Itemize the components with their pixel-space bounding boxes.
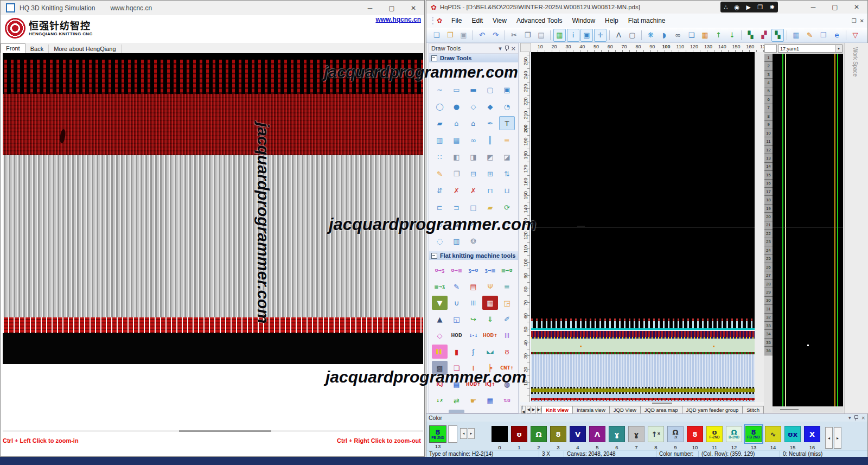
pattern-canvas[interactable] — [531, 52, 755, 402]
yarn-feeder-view[interactable] — [773, 54, 843, 406]
pens-button[interactable]: ✎ — [803, 29, 816, 42]
close-button[interactable]: ✕ — [403, 1, 424, 15]
internet-button[interactable]: e — [831, 29, 843, 42]
blocks-c-button[interactable]: ▚ — [771, 29, 784, 42]
mdi-close-button[interactable]: ✕ — [860, 18, 864, 24]
select-area-tool[interactable]: ▢ — [449, 66, 464, 80]
color-swatch-12[interactable]: ΩB-2ND12 — [726, 426, 742, 442]
box-bottom-tool[interactable]: ⊔ — [499, 183, 515, 198]
color-swatch-0[interactable]: 0 — [492, 426, 508, 442]
pen-yellow-tool[interactable]: ✎ — [432, 167, 448, 181]
polygon-tool[interactable]: ⌂ — [449, 116, 464, 130]
cnt-up-tool[interactable]: CNT↑ — [499, 361, 515, 375]
view-tab-intarsia-view[interactable]: Intarsia view — [572, 406, 610, 414]
pattern-grid-tool[interactable]: ▦ — [482, 296, 498, 310]
layer-down-button[interactable]: ↓ — [726, 29, 738, 42]
arrow-download-tool[interactable]: ⇓ — [482, 312, 498, 326]
simulation-hscroll-thumb[interactable] — [179, 430, 271, 432]
line-tool[interactable]: ╲ — [499, 66, 515, 80]
snowflake-button[interactable]: ❋ — [644, 29, 657, 42]
yarn-loop-tool[interactable]: ʊ — [499, 345, 515, 359]
cut-region-tool[interactable]: ✂ — [465, 217, 481, 231]
blur-select-tool[interactable]: ▩ — [449, 410, 464, 413]
zoom-tool[interactable]: ⊙ — [432, 217, 448, 231]
transfer-front-tool[interactable]: ʊ→ʒ — [432, 263, 448, 277]
fill-bucket-2-tool[interactable]: ◨ — [465, 150, 481, 164]
hod-up-tool[interactable]: HOD↑ — [482, 328, 498, 342]
maximize-button[interactable]: ▢ — [824, 1, 846, 14]
arc-shape-tool[interactable]: ◔ — [499, 99, 515, 113]
color-swatch-1[interactable]: ʊ1 — [511, 426, 527, 442]
fill-bucket-4-tool[interactable]: ◪ — [499, 150, 515, 164]
pattern-book-tool[interactable]: ▤ — [465, 279, 481, 294]
block-swap-tool[interactable]: ⇄ — [449, 393, 464, 407]
current-color-preview[interactable]: 8 FB 2ND — [429, 425, 446, 443]
view-tab-knit-view[interactable]: Knit view — [541, 406, 573, 414]
needle-bars-tool[interactable]: ||| — [465, 296, 481, 310]
fill-bucket-1-tool[interactable]: ◧ — [449, 150, 464, 164]
sketch-edit-tool[interactable]: ✎ — [449, 279, 464, 294]
palette-scroll-right[interactable]: ▸ — [834, 427, 841, 449]
hqcnc-link[interactable]: www.hqcnc.cn — [375, 16, 421, 23]
redo-button[interactable]: ↷ — [489, 29, 502, 42]
step-pyramid-tool[interactable]: ▲ — [432, 312, 448, 326]
hand-tool[interactable]: ☝ — [432, 66, 448, 80]
color-swatch-5[interactable]: Λ5 — [589, 426, 605, 442]
film-strip-tool[interactable]: ▦ — [482, 393, 498, 407]
wedge-a-tool[interactable]: ◢ — [465, 410, 481, 413]
color-swatch-16[interactable]: X16 — [804, 426, 820, 442]
diamond-filled-tool[interactable]: ◆ — [482, 99, 498, 113]
folder-button[interactable]: ❒ — [817, 29, 829, 42]
layers-copy-button[interactable]: ❏ — [685, 29, 698, 42]
cells-grid-tool[interactable]: ▦ — [449, 133, 464, 147]
cloud-tool[interactable]: ☁ — [449, 217, 464, 231]
menu-advanced-tools[interactable]: Advanced Tools — [512, 17, 567, 24]
doc-hand-tool[interactable]: ☛ — [465, 393, 481, 407]
triangle-pair-tool[interactable]: ◣◢ — [482, 345, 498, 359]
download-delete-tool[interactable]: ↓✗ — [432, 393, 448, 407]
ellipse-filled-tool[interactable]: ● — [449, 99, 464, 113]
mdi-restore-button[interactable]: ❐ — [852, 18, 857, 24]
grid-view-button[interactable]: ▦ — [553, 29, 566, 42]
row-delete-tool[interactable]: ✗ — [465, 183, 481, 198]
icon-view-button[interactable]: ▣ — [580, 29, 593, 42]
beam-i-tool[interactable]: I — [465, 361, 481, 375]
frame-pair-tool[interactable]: ❏ — [449, 361, 464, 375]
menu-help[interactable]: Help — [600, 17, 623, 24]
tab-nav-2[interactable]: ▶ — [532, 406, 536, 413]
roundrect-tool[interactable]: ▢ — [482, 82, 498, 97]
diamond-tool[interactable]: ◇ — [465, 99, 481, 113]
yarn-select-dropdown[interactable]: 17:yarn1 ▾ — [778, 44, 843, 53]
tab-nav-1[interactable]: ◀ — [527, 406, 531, 413]
cut-button[interactable]: ✂ — [508, 29, 520, 42]
copy-button[interactable]: ❐ — [521, 29, 534, 42]
red-block-tool[interactable]: ▮ — [449, 345, 464, 359]
color-swatch-11[interactable]: ʊF-2ND11 — [706, 426, 723, 442]
binoculars-button[interactable]: ∞ — [672, 29, 684, 42]
doc-export-tool[interactable]: ◲ — [499, 296, 515, 310]
canvas-hscroll-thumb[interactable] — [652, 403, 672, 404]
box-left-tool[interactable]: ⊏ — [432, 200, 448, 214]
simulation-view[interactable]: Ctrl + Left Click to zoom-in Ctrl + Righ… — [1, 53, 424, 456]
simulation-hscrollbar[interactable] — [3, 430, 423, 432]
color-swatch-8[interactable]: ↑ˣ8 — [648, 426, 664, 442]
right-titlebar[interactable]: ✿ HqPDS - [D:\BEL&BO\2025\WINTER-2025\LW… — [426, 1, 867, 14]
screen-recorder-overlay[interactable]: ∴◉▶❐✱ — [720, 2, 778, 12]
transfer-back-tool[interactable]: ʒ→ʊ — [465, 263, 481, 277]
tab-back[interactable]: Back — [25, 44, 49, 53]
transfer-grid-back-tool[interactable]: ▦→ʒ — [432, 279, 448, 294]
stripe-cols-tool[interactable]: ||| — [499, 328, 515, 342]
globe-dark-tool[interactable]: ◍ — [499, 377, 515, 391]
prev-color-button[interactable]: ◂ — [460, 428, 467, 439]
parallelogram-filled-tool[interactable]: ▰ — [432, 116, 448, 130]
copy-pages-tool[interactable]: ❐ — [449, 167, 464, 181]
gear-circle-tool[interactable]: ❂ — [465, 234, 481, 248]
menu-window[interactable]: Window — [567, 17, 600, 24]
icj-mark-tool[interactable]: ICJ — [432, 377, 448, 391]
blade-button[interactable]: ◗ — [658, 29, 671, 42]
menu-view[interactable]: View — [488, 17, 512, 24]
color-swatch-9[interactable]: Ω↓x9 — [667, 426, 684, 442]
eraser-soft-tool[interactable]: ▰ — [482, 200, 498, 214]
secondary-color-box[interactable] — [448, 425, 457, 443]
paste-button[interactable]: ▤ — [535, 29, 547, 42]
